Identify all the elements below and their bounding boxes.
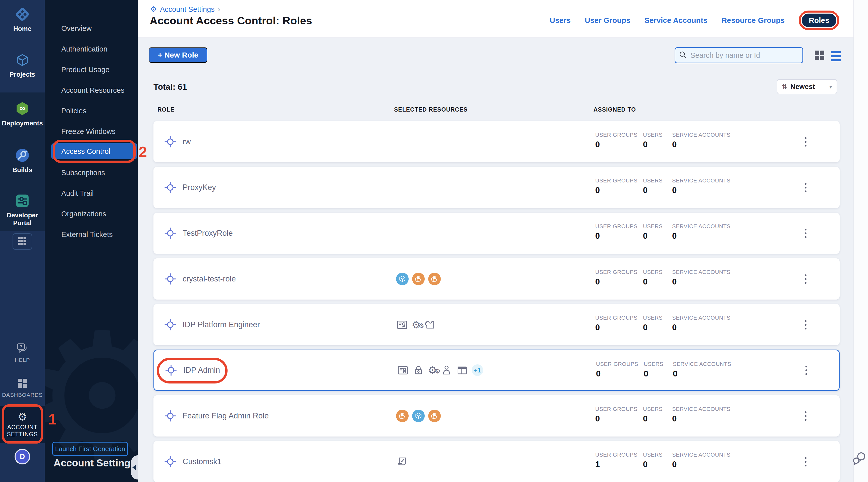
assigned-label: SERVICE ACCOUNTS [672, 406, 731, 412]
assigned-label: SERVICE ACCOUNTS [673, 361, 732, 367]
sidebar-item-organizations[interactable]: Organizations [61, 209, 106, 219]
selected-resources [396, 410, 441, 422]
rail-label: Home [13, 25, 31, 33]
row-menu-button[interactable] [800, 453, 811, 471]
flag-resource-icon [396, 410, 409, 422]
right-gutter [854, 0, 868, 482]
sidebar-item-access-control[interactable]: Access Control [51, 143, 137, 159]
selected-resources: ⚙⚙ [396, 319, 436, 331]
rail-item-builds[interactable]: Builds [0, 148, 45, 174]
assigned-label: USER GROUPS [595, 223, 638, 230]
assigned-label: USERS [643, 314, 662, 321]
gear-icon: ⚙ [18, 411, 27, 423]
role-row[interactable]: TestProxyRoleUSER GROUPS0USERS0SERVICE A… [153, 213, 840, 254]
sidebar-item-freeze-windows[interactable]: Freeze Windows [61, 126, 116, 137]
selected-resources: ⚙⚙+1 [397, 364, 483, 376]
role-row[interactable]: IDP Admin⚙⚙+1USER GROUPS0USERS0SERVICE A… [153, 350, 840, 391]
selected-resources [396, 273, 441, 285]
rail-label: ACCOUNT SETTINGS [5, 424, 39, 438]
role-target-icon [164, 455, 177, 468]
gears-resource-icon: ⚙⚙ [412, 319, 421, 330]
tab-user-groups[interactable]: User Groups [585, 16, 630, 25]
flag-resource-icon [428, 273, 441, 285]
sort-dropdown[interactable]: ⇅ Newest ▾ [777, 79, 837, 94]
sidebar-item-authentication[interactable]: Authentication [61, 44, 107, 54]
sidebar-item-overview[interactable]: Overview [61, 23, 92, 33]
row-menu-button[interactable] [800, 224, 811, 242]
apps-menu-button[interactable] [12, 233, 32, 250]
sidebar-item-external-tickets[interactable]: External Tickets [61, 230, 113, 240]
main-content: ⚙ Account Settings › Account Access Cont… [137, 0, 854, 482]
rail-item-developer-portal[interactable]: Developer Portal [0, 193, 45, 227]
role-row[interactable]: rwUSER GROUPS0USERS0SERVICE ACCOUNTS0 [153, 121, 840, 162]
assigned-label: USERS [643, 223, 662, 230]
apps-grid-icon [18, 237, 27, 246]
svg-text:?: ? [20, 344, 22, 349]
search-input[interactable] [690, 51, 799, 60]
sidebar-item-subscriptions[interactable]: Subscriptions [61, 168, 105, 178]
assigned-count: 0 [672, 231, 677, 241]
tab-roles[interactable]: Roles [802, 13, 836, 27]
assigned-count: 1 [595, 460, 600, 469]
row-menu-button[interactable] [800, 270, 811, 288]
search-box [675, 47, 803, 63]
sidebar-item-account-resources[interactable]: Account Resources [61, 85, 124, 95]
rail-item-projects[interactable]: Projects [0, 53, 45, 79]
assigned-label: USERS [643, 132, 662, 138]
builds-icon [15, 148, 30, 164]
role-row[interactable]: crystal-test-roleUSER GROUPS0USERS0SERVI… [153, 258, 840, 300]
row-menu-button[interactable] [800, 407, 811, 425]
row-menu-button[interactable] [800, 361, 812, 379]
rail-item-dashboards[interactable]: DASHBOARDS [0, 378, 45, 398]
list-view-button[interactable] [831, 51, 841, 61]
assigned-label: SERVICE ACCOUNTS [672, 177, 731, 184]
assigned-count: 0 [672, 460, 677, 469]
sidebar-item-audit-trail[interactable]: Audit Trail [61, 188, 94, 198]
role-row[interactable]: IDP Platform Engineer⚙⚙USER GROUPS0USERS… [153, 304, 840, 345]
new-role-button[interactable]: + New Role [149, 47, 207, 63]
assigned-label: USERS [644, 361, 663, 367]
role-target-icon [164, 135, 177, 148]
breadcrumb-account-settings-link[interactable]: Account Settings [160, 5, 215, 13]
plugin-resource-icon [424, 319, 436, 331]
svg-text:∞: ∞ [19, 104, 26, 113]
sidebar-item-policies[interactable]: Policies [61, 106, 86, 116]
launch-first-generation-button[interactable]: Launch First Generation [52, 442, 128, 456]
role-row[interactable]: Feature Flag Admin RoleUSER GROUPS0USERS… [153, 395, 840, 436]
role-name: crystal-test-role [183, 274, 236, 283]
assigned-label: USERS [643, 269, 662, 275]
assigned-label: SERVICE ACCOUNTS [672, 132, 731, 138]
role-name: Feature Flag Admin Role [183, 411, 269, 420]
rail-label: HELP [15, 357, 30, 363]
tab-users[interactable]: Users [550, 16, 570, 25]
role-target-icon [164, 319, 177, 331]
assigned-label: SERVICE ACCOUNTS [672, 452, 731, 458]
user-avatar[interactable]: D [14, 449, 30, 464]
grid-view-button[interactable] [814, 50, 825, 61]
gear-icon: ⚙ [150, 5, 157, 13]
deployments-icon: ∞ [15, 101, 30, 117]
row-menu-button[interactable] [800, 133, 811, 151]
tab-service-accounts[interactable]: Service Accounts [645, 16, 708, 25]
rail-label: Deployments [2, 119, 43, 127]
assigned-count: 0 [596, 369, 600, 379]
row-menu-button[interactable] [800, 179, 811, 196]
more-resources-badge[interactable]: +1 [472, 364, 483, 376]
chevron-right-icon: › [218, 5, 220, 13]
assigned-label: USER GROUPS [595, 269, 638, 275]
rail-item-home[interactable]: Home [0, 7, 45, 33]
table-header-row: ROLE SELECTED RESOURCES ASSIGNED TO [137, 106, 854, 114]
role-row[interactable]: ProxyKeyUSER GROUPS0USERS0SERVICE ACCOUN… [153, 167, 840, 208]
assigned-label: USERS [643, 406, 662, 412]
rail-item-deployments[interactable]: ∞ Deployments [0, 101, 45, 127]
rail-item-help[interactable]: ? HELP [0, 343, 45, 363]
sidebar-item-product-usage[interactable]: Product Usage [61, 65, 110, 74]
page-header: ⚙ Account Settings › Account Access Cont… [137, 0, 854, 38]
assigned-label: USER GROUPS [595, 177, 638, 184]
support-chat-button[interactable] [852, 451, 867, 467]
rail-item-account-settings[interactable]: ⚙ ACCOUNT SETTINGS [0, 406, 45, 443]
row-menu-button[interactable] [800, 316, 811, 333]
sidebar-collapse-toggle[interactable] [131, 455, 137, 480]
tab-resource-groups[interactable]: Resource Groups [721, 16, 785, 25]
role-row[interactable]: Customsk1USER GROUPS1USERS0SERVICE ACCOU… [153, 441, 840, 482]
